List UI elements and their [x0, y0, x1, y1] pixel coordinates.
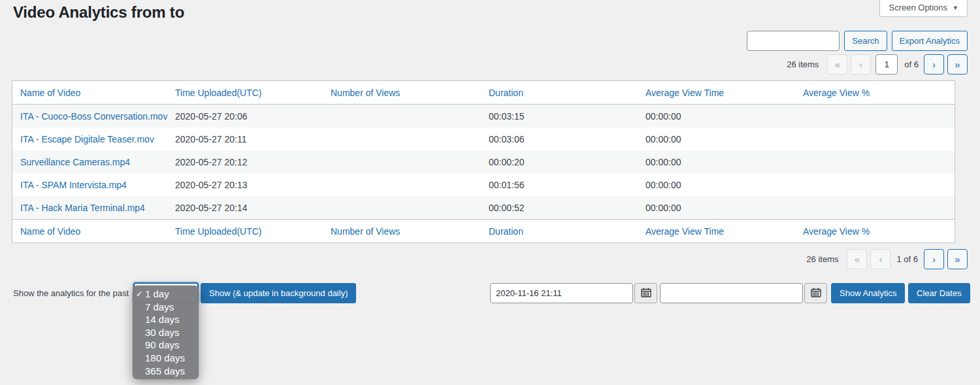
video-name-link[interactable]: ITA - Hack Maria Terminal.mp4	[20, 203, 145, 213]
dropdown-option-label: 1 day	[145, 288, 169, 299]
avg-time-cell: 00:00:00	[638, 111, 795, 122]
dropdown-option-180-days[interactable]: 180 days	[133, 352, 199, 365]
dropdown-option-365-days[interactable]: 365 days	[133, 365, 199, 378]
checkmark-icon: ✓	[136, 288, 143, 301]
uploaded-cell: 2020-05-27 20:11	[167, 134, 323, 144]
column-footer-avg-pct[interactable]: Average View %	[795, 226, 955, 237]
total-pages-label: of 6	[904, 59, 919, 69]
column-footer-avg-time[interactable]: Average View Time	[638, 226, 795, 237]
column-header-uploaded[interactable]: Time Uploaded(UTC)	[167, 88, 323, 98]
dropdown-option-label: 180 days	[145, 352, 185, 363]
search-button[interactable]: Search	[844, 31, 887, 51]
dropdown-option-label: 365 days	[145, 365, 185, 377]
dropdown-option-7-days[interactable]: 7 days	[133, 301, 199, 314]
column-footer-uploaded[interactable]: Time Uploaded(UTC)	[167, 226, 323, 237]
screen-options-label: Screen Options	[889, 3, 947, 12]
video-name-link[interactable]: ITA - Cuoco-Boss Conversation.mov	[20, 111, 167, 122]
next-page-button[interactable]: ›	[924, 249, 944, 269]
avg-time-cell: 00:00:00	[638, 180, 795, 190]
duration-cell: 00:00:20	[481, 157, 638, 167]
duration-cell: 00:03:06	[481, 134, 638, 144]
table-header-row: Name of Video Time Uploaded(UTC) Number …	[12, 81, 955, 105]
chevron-down-icon: ▼	[953, 5, 958, 11]
uploaded-cell: 2020-05-27 20:12	[167, 157, 323, 167]
uploaded-cell: 2020-05-27 20:13	[167, 180, 323, 190]
last-page-button[interactable]: »	[947, 54, 968, 75]
table-row: ITA - Escape Digitale Teaser.mov 2020-05…	[12, 127, 955, 150]
search-input[interactable]	[747, 31, 840, 51]
clear-dates-button[interactable]: Clear Dates	[908, 283, 970, 303]
dropdown-option-label: 14 days	[145, 314, 180, 325]
duration-cell: 00:01:56	[481, 180, 638, 190]
table-body: ITA - Cuoco-Boss Conversation.mov 2020-0…	[12, 105, 955, 219]
duration-cell: 00:03:15	[481, 111, 638, 122]
column-header-duration[interactable]: Duration	[481, 88, 638, 98]
table-row: Surveillance Cameras.mp4 2020-05-27 20:1…	[12, 150, 955, 173]
dropdown-option-90-days[interactable]: 90 days	[133, 339, 199, 352]
video-name-link[interactable]: Surveillance Cameras.mp4	[20, 157, 130, 167]
analytics-period-dropdown-menu: ✓ 1 day 7 days 14 days 30 days 90 days 1…	[133, 286, 199, 379]
next-page-button[interactable]: ›	[924, 54, 944, 75]
date-to-input[interactable]	[660, 283, 803, 303]
export-analytics-button[interactable]: Export Analytics	[892, 31, 968, 51]
video-name-link[interactable]: ITA - Escape Digitale Teaser.mov	[20, 134, 154, 144]
uploaded-cell: 2020-05-27 20:06	[167, 111, 323, 122]
calendar-icon	[811, 288, 821, 299]
items-count: 26 items	[806, 254, 838, 264]
show-analytics-button[interactable]: Show Analytics	[831, 283, 905, 303]
column-header-views[interactable]: Number of Views	[323, 88, 481, 98]
dropdown-option-label: 7 days	[145, 301, 174, 312]
pagination-top: 26 items « ‹ of 6 › »	[787, 54, 968, 75]
table-row: ITA - Hack Maria Terminal.mp4 2020-05-27…	[12, 196, 955, 219]
date-from-calendar-button[interactable]	[634, 283, 657, 303]
column-footer-duration[interactable]: Duration	[481, 226, 638, 237]
column-header-name[interactable]: Name of Video	[12, 88, 167, 98]
screen-options-button[interactable]: Screen Options ▼	[879, 0, 968, 17]
page-position-label: 1 of 6	[896, 254, 918, 264]
prev-page-button[interactable]: ‹	[870, 249, 890, 269]
dropdown-option-14-days[interactable]: 14 days	[133, 313, 199, 326]
prev-page-button[interactable]: ‹	[851, 54, 871, 75]
search-toolbar: Search Export Analytics	[747, 31, 968, 51]
dropdown-option-label: 90 days	[145, 339, 180, 350]
page-title: Video Analytics from to	[13, 3, 184, 22]
dropdown-option-label: 30 days	[145, 327, 180, 338]
avg-time-cell: 00:00:00	[638, 134, 795, 144]
video-analytics-table: Name of Video Time Uploaded(UTC) Number …	[12, 80, 955, 243]
items-count: 26 items	[787, 59, 819, 69]
analytics-period-label: Show the analytics for the past	[13, 288, 129, 298]
show-update-button[interactable]: Show (& update in background daily)	[201, 283, 356, 303]
uploaded-cell: 2020-05-27 20:14	[167, 203, 323, 213]
column-header-avg-time[interactable]: Average View Time	[638, 88, 795, 98]
pagination-bottom: 26 items « ‹ 1 of 6 › »	[806, 249, 968, 269]
table-footer-row: Name of Video Time Uploaded(UTC) Number …	[12, 219, 955, 243]
dropdown-option-1-day[interactable]: ✓ 1 day	[133, 288, 199, 301]
column-footer-name[interactable]: Name of Video	[12, 226, 167, 237]
table-row: ITA - Cuoco-Boss Conversation.mov 2020-0…	[12, 105, 955, 127]
date-from-input[interactable]	[490, 283, 633, 303]
last-page-button[interactable]: »	[947, 249, 968, 269]
video-name-link[interactable]: ITA - SPAM Intervista.mp4	[20, 180, 127, 190]
column-header-avg-pct[interactable]: Average View %	[795, 88, 955, 98]
first-page-button[interactable]: «	[847, 249, 867, 269]
calendar-icon	[641, 288, 651, 299]
avg-time-cell: 00:00:00	[638, 203, 795, 213]
column-footer-views[interactable]: Number of Views	[323, 226, 481, 237]
table-row: ITA - SPAM Intervista.mp4 2020-05-27 20:…	[12, 173, 955, 196]
current-page-input[interactable]	[875, 54, 898, 75]
page: Video Analytics from to Screen Options ▼…	[0, 0, 980, 385]
first-page-button[interactable]: «	[827, 54, 847, 75]
dropdown-option-30-days[interactable]: 30 days	[133, 326, 199, 339]
duration-cell: 00:00:52	[481, 203, 638, 213]
date-to-calendar-button[interactable]	[804, 283, 827, 303]
avg-time-cell: 00:00:00	[638, 157, 795, 167]
